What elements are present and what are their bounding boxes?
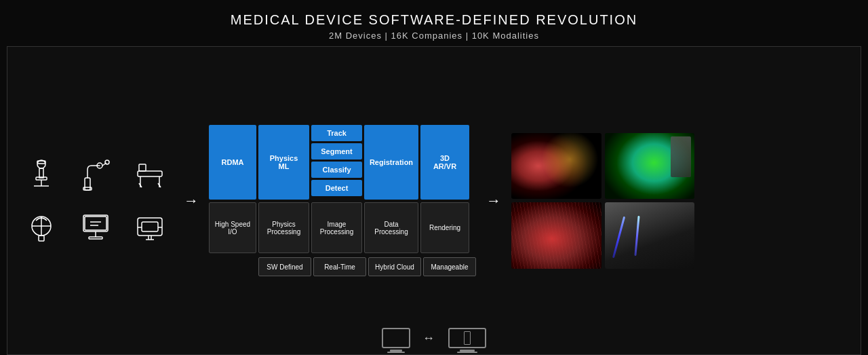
svg-rect-5 (37, 161, 45, 164)
svg-point-8 (105, 160, 109, 164)
vessels-image (511, 202, 601, 269)
svg-rect-2 (36, 177, 47, 180)
rdma-cell: RDMA (209, 125, 256, 200)
page-title: MEDICAL DEVICE SOFTWARE-DEFINED REVOLUTI… (231, 12, 637, 28)
medical-images (511, 133, 694, 269)
svg-rect-20 (83, 215, 108, 231)
bottom-architecture-row: High SpeedI/O PhysicsProcessing ImagePro… (209, 202, 476, 253)
hybrid-cloud-label: Hybrid Cloud (368, 257, 421, 276)
screen-icon-left[interactable] (382, 328, 410, 348)
registration-cell: Registration (364, 125, 418, 200)
physics-processing-cell: PhysicsProcessing (258, 202, 309, 253)
ar-vr-cell: 3DAR/VR (420, 125, 469, 200)
brain-scan-image (511, 133, 601, 200)
device-icon-workstation (72, 204, 119, 248)
page-subtitle: 2M Devices | 16K Companies | 10K Modalit… (231, 31, 637, 41)
data-processing-cell: DataProcessing (364, 202, 418, 253)
workstation-icon (78, 208, 113, 244)
high-speed-io-cell: High SpeedI/O (209, 202, 256, 253)
needle-image (605, 202, 695, 269)
track-cell: Track (311, 125, 362, 141)
scanner-icon (132, 208, 167, 244)
image-processing-cell: ImageProcessing (311, 202, 362, 253)
architecture-diagram: RDMA PhysicsML Track Segment Classify De… (209, 125, 476, 276)
microscope-icon (24, 157, 59, 193)
svg-rect-23 (89, 237, 102, 239)
labels-row: SW Defined Real-Time Hybrid Cloud Manage… (209, 257, 476, 276)
main-container: → RDMA PhysicsML Track Segment Classify (7, 46, 861, 355)
svg-rect-10 (138, 171, 162, 176)
device-icon-surgery (18, 204, 65, 248)
device-icon-table (126, 153, 174, 198)
manageable-label: Manageable (423, 257, 476, 276)
top-architecture-row: RDMA PhysicsML Track Segment Classify De… (209, 125, 476, 200)
svg-rect-11 (139, 164, 146, 171)
physics-ml-cell: PhysicsML (258, 125, 309, 200)
left-arrow: → (180, 192, 202, 210)
page-header: MEDICAL DEVICE SOFTWARE-DEFINED REVOLUTI… (231, 0, 637, 46)
bidirectional-arrow: ↔ (422, 331, 436, 345)
inference-col: Track Segment Classify Detect (311, 125, 362, 200)
right-arrow: → (483, 192, 505, 210)
real-time-label: Real-Time (313, 257, 366, 276)
device-icons (18, 153, 174, 248)
device-icon-microscope (18, 153, 65, 198)
surgery-icon (24, 208, 59, 244)
rendering-cell: Rendering (420, 202, 469, 253)
device-icon-robot-arm (72, 153, 119, 198)
sw-defined-label: SW Defined (258, 257, 311, 276)
svg-point-0 (37, 160, 45, 168)
detect-cell: Detect (311, 180, 362, 196)
device-icon-scanner (126, 204, 174, 248)
svg-rect-21 (85, 217, 106, 230)
exam-table-icon (132, 157, 167, 193)
green-organ-image (605, 133, 695, 200)
bottom-controls: ↔ (382, 328, 486, 348)
screen-icon-right[interactable] (448, 328, 486, 348)
svg-rect-19 (39, 236, 44, 241)
svg-rect-1 (39, 168, 43, 178)
classify-cell: Classify (311, 162, 362, 178)
svg-rect-27 (142, 222, 158, 231)
svg-rect-6 (85, 178, 90, 190)
segment-cell: Segment (311, 143, 362, 160)
robot-arm-icon (78, 157, 113, 193)
